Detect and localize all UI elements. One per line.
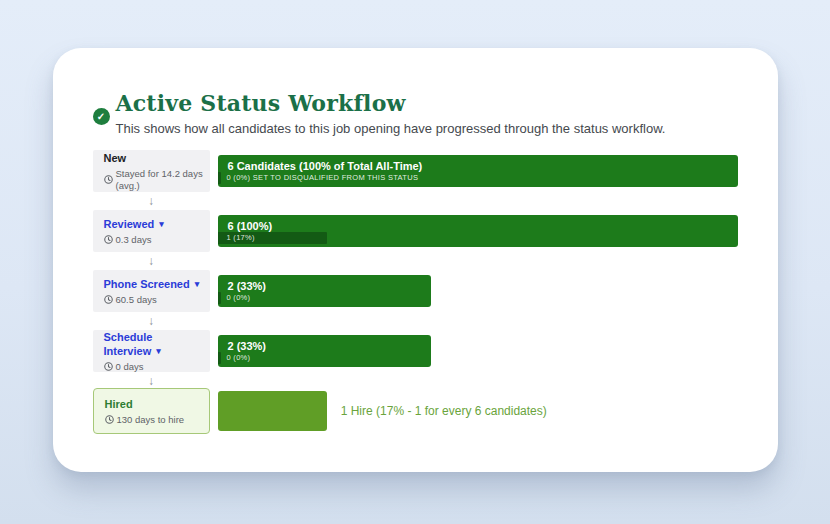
workflow-row-phone-screened: Phone Screened▾60.5 days2 (33%)0 (0%) <box>93 270 738 312</box>
bar-area-reviewed: 6 (100%)1 (17%) <box>218 210 738 252</box>
disqualified-sub-bar: 0 (0%) SET TO DISQUALIFIED FROM THIS STA… <box>218 172 738 184</box>
disqualified-sub-bar: 1 (17%) <box>218 232 738 244</box>
bar-new: 6 Candidates (100% of Total All-Time)0 (… <box>218 155 738 187</box>
clock-icon <box>104 362 113 371</box>
caret-down-icon: ▾ <box>195 279 200 289</box>
bar-schedule-interview: 2 (33%)0 (0%) <box>218 335 431 367</box>
disqualified-label: 1 (17%) <box>227 233 255 243</box>
disqualified-label: 0 (0%) SET TO DISQUALIFIED FROM THIS STA… <box>227 173 419 183</box>
bar-hired <box>218 391 327 431</box>
status-duration-text: 60.5 days <box>116 294 157 306</box>
status-label-new: New <box>104 151 210 165</box>
caret-down-icon: ▾ <box>159 219 164 229</box>
status-box-schedule-interview: Schedule Interview▾0 days <box>93 330 210 372</box>
status-box-new: NewStayed for 14.2 days (avg.) <box>93 150 210 192</box>
bar-count-label: 2 (33%) <box>218 335 431 352</box>
status-duration: 0 days <box>104 361 210 373</box>
clock-icon <box>104 235 113 244</box>
arrow-down-icon: ↓ <box>93 252 210 270</box>
status-duration: Stayed for 14.2 days (avg.) <box>104 168 210 192</box>
status-box-phone-screened: Phone Screened▾60.5 days <box>93 270 210 312</box>
bar-area-schedule-interview: 2 (33%)0 (0%) <box>218 330 738 372</box>
status-dropdown-reviewed[interactable]: Reviewed▾ <box>104 218 164 230</box>
clock-icon <box>105 415 114 424</box>
status-dropdown-schedule-interview[interactable]: Schedule Interview▾ <box>104 331 161 357</box>
caret-down-icon: ▾ <box>156 346 161 356</box>
status-duration: 130 days to hire <box>105 414 209 426</box>
bar-phone-screened: 2 (33%)0 (0%) <box>218 275 431 307</box>
bar-count-label: 6 (100%) <box>218 215 738 232</box>
disqualified-sub-bar: 0 (0%) <box>218 352 431 364</box>
clock-icon <box>104 295 113 304</box>
status-duration-text: 130 days to hire <box>117 414 185 426</box>
workflow-row-schedule-interview: Schedule Interview▾0 days2 (33%)0 (0%) <box>93 330 738 372</box>
disqualified-label: 0 (0%) <box>227 353 251 363</box>
check-circle-icon: ✓ <box>93 108 110 125</box>
hire-summary-label: 1 Hire (17% - 1 for every 6 candidates) <box>341 404 547 418</box>
status-box-reviewed: Reviewed▾0.3 days <box>93 210 210 252</box>
bar-area-new: 6 Candidates (100% of Total All-Time)0 (… <box>218 150 738 192</box>
bar-area-hired: 1 Hire (17% - 1 for every 6 candidates) <box>218 388 738 434</box>
status-duration-text: 0 days <box>116 361 144 373</box>
bar-reviewed: 6 (100%)1 (17%) <box>218 215 738 247</box>
disqualified-sub-bar: 0 (0%) <box>218 292 431 304</box>
bar-count-label: 6 Candidates (100% of Total All-Time) <box>218 155 738 172</box>
bar-area-phone-screened: 2 (33%)0 (0%) <box>218 270 738 312</box>
status-name: Phone Screened <box>104 278 190 290</box>
workflow-row-reviewed: Reviewed▾0.3 days6 (100%)1 (17%) <box>93 210 738 252</box>
disqualified-label: 0 (0%) <box>227 293 251 303</box>
status-name: New <box>104 152 127 164</box>
status-duration: 60.5 days <box>104 294 210 306</box>
status-name: Schedule Interview <box>104 331 153 357</box>
page-title: Active Status Workflow <box>116 90 738 116</box>
status-label-hired: Hired <box>105 397 209 411</box>
status-label-schedule-interview: Schedule Interview▾ <box>104 330 210 358</box>
status-duration-text: Stayed for 14.2 days (avg.) <box>116 168 210 192</box>
status-name: Reviewed <box>104 218 155 230</box>
status-name: Hired <box>105 398 133 410</box>
status-box-hired: Hired130 days to hire <box>93 388 210 434</box>
status-label-reviewed: Reviewed▾ <box>104 217 210 231</box>
status-dropdown-phone-screened[interactable]: Phone Screened▾ <box>104 278 200 290</box>
clock-icon <box>104 175 113 184</box>
bar-count-label: 2 (33%) <box>218 275 431 292</box>
workflow-row-hired: Hired130 days to hire1 Hire (17% - 1 for… <box>93 388 738 434</box>
status-label-phone-screened: Phone Screened▾ <box>104 277 210 291</box>
workflow-card: ✓ Active Status Workflow This shows how … <box>53 48 778 472</box>
disqualified-fill <box>218 352 221 364</box>
workflow-rows: NewStayed for 14.2 days (avg.)6 Candidat… <box>93 150 738 434</box>
card-header: ✓ Active Status Workflow This shows how … <box>116 90 738 138</box>
page-description: This shows how all candidates to this jo… <box>116 120 738 138</box>
disqualified-fill <box>218 292 221 304</box>
disqualified-fill <box>218 172 221 184</box>
status-duration: 0.3 days <box>104 234 210 246</box>
arrow-down-icon: ↓ <box>93 192 210 210</box>
arrow-down-icon: ↓ <box>93 312 210 330</box>
workflow-row-new: NewStayed for 14.2 days (avg.)6 Candidat… <box>93 150 738 192</box>
status-duration-text: 0.3 days <box>116 234 152 246</box>
